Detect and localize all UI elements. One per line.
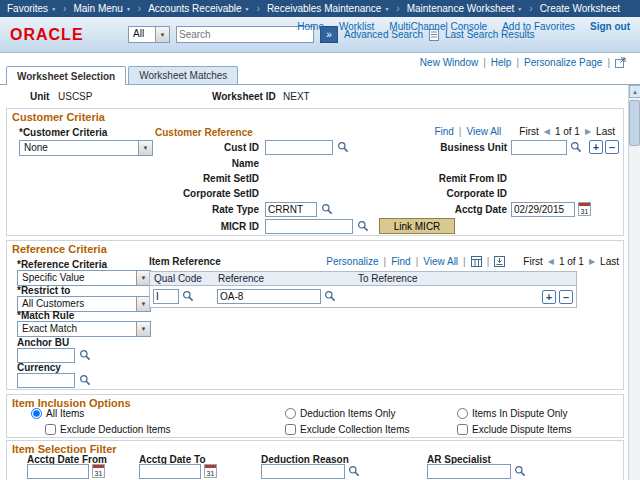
ar-specialist-lookup-icon[interactable] [514, 465, 527, 478]
checkbox-exclude-deduction-items-input[interactable] [45, 424, 56, 435]
deduction-reason-lookup-icon[interactable] [348, 465, 361, 478]
radio-items-in-dispute-only-input[interactable] [457, 408, 468, 419]
next-page-icon[interactable]: ▶ [585, 127, 591, 136]
reference-criteria-dropdown[interactable]: Specific Value ▼ [17, 270, 151, 286]
cust-id-lookup-icon[interactable] [337, 141, 350, 154]
qual-code-input[interactable] [153, 289, 179, 304]
checkbox-exclude-dispute-items[interactable]: Exclude Dispute Items [457, 424, 572, 435]
cust-id-input[interactable] [265, 140, 333, 155]
search-scope-dropdown[interactable]: All ▼ [128, 26, 170, 43]
choice-label: Exclude Deduction Items [60, 424, 171, 435]
chevron-down-icon[interactable]: ▼ [155, 27, 169, 42]
page-indicator: 1 of 1 [555, 126, 580, 137]
chevron-down-icon: ▼ [245, 6, 250, 12]
new-window-link[interactable]: New Window [420, 57, 478, 68]
add-row-button[interactable]: + [589, 140, 603, 154]
micr-id-lookup-icon[interactable] [357, 220, 370, 233]
checkbox-exclude-collection-items[interactable]: Exclude Collection Items [285, 424, 410, 435]
calendar-icon[interactable]: 31 [204, 464, 217, 478]
vertical-scrollbar[interactable]: ▲ [628, 85, 640, 480]
sign-out-link[interactable]: Sign out [590, 21, 630, 32]
find-link[interactable]: Find [391, 256, 410, 267]
prev-page-icon[interactable]: ◀ [544, 127, 550, 136]
grid-header-row: Qual Code Reference To Reference [149, 271, 577, 286]
acctg-date-to-input[interactable] [139, 464, 201, 479]
remit-setid-label: Remit SetID [167, 173, 259, 184]
cust-id-label: Cust ID [167, 142, 259, 153]
breadcrumb-main-menu[interactable]: Main Menu▼ [73, 3, 130, 14]
radio-deduction-items-only-input[interactable] [285, 408, 296, 419]
multichannel-console-link[interactable]: MultiChannel Console [389, 21, 487, 32]
rate-type-input[interactable] [265, 202, 317, 217]
radio-all-items-input[interactable] [31, 408, 42, 419]
breadcrumb-accounts-receivable[interactable]: Accounts Receivable▼ [148, 3, 249, 14]
breadcrumb-favorites[interactable]: Favorites▼ [7, 3, 56, 14]
rate-type-label: Rate Type [167, 204, 259, 215]
add-row-button[interactable]: + [542, 290, 556, 304]
breadcrumb-create-worksheet[interactable]: Create Worksheet [540, 3, 620, 14]
chevron-down-icon[interactable]: ▼ [136, 322, 150, 336]
calendar-icon[interactable]: 31 [578, 202, 591, 216]
first-link[interactable]: First [519, 126, 538, 137]
checkbox-exclude-deduction-items[interactable]: Exclude Deduction Items [45, 424, 171, 435]
checkbox-exclude-dispute-items-input[interactable] [457, 424, 468, 435]
customer-criteria-dropdown[interactable]: None ▼ [19, 140, 153, 156]
download-icon[interactable] [494, 256, 505, 267]
worklist-link[interactable]: Worklist [339, 21, 374, 32]
qual-code-lookup-icon[interactable] [182, 290, 195, 303]
anchor-bu-lookup-icon[interactable] [79, 349, 92, 362]
breadcrumb-maintenance-worksheet[interactable]: Maintenance Worksheet▼ [407, 3, 523, 14]
scrollbar-thumb[interactable] [629, 100, 640, 146]
personalize-link[interactable]: Personalize [326, 256, 378, 267]
chevron-down-icon[interactable]: ▼ [136, 297, 150, 311]
page-actions: New Window | Help | Personalize Page | [420, 57, 626, 68]
deduction-reason-input[interactable] [261, 464, 345, 479]
radio-items-in-dispute-only[interactable]: Items In Dispute Only [457, 408, 568, 419]
grid-toolbar: Item Reference Personalize | Find | View… [149, 253, 619, 269]
chevron-down-icon: ▼ [126, 6, 131, 12]
currency-input[interactable] [17, 373, 75, 388]
view-all-link[interactable]: View All [466, 126, 501, 137]
view-all-link[interactable]: View All [423, 256, 458, 267]
chevron-down-icon[interactable]: ▼ [136, 271, 150, 285]
breadcrumb-receivables-maintenance[interactable]: Receivables Maintenance▼ [267, 3, 389, 14]
reference-lookup-icon[interactable] [324, 290, 337, 303]
match-rule-dropdown[interactable]: Exact Match ▼ [17, 321, 151, 337]
add-to-favorites-link[interactable]: Add to Favorites [502, 21, 575, 32]
home-link[interactable]: Home [297, 21, 324, 32]
prev-page-icon[interactable]: ◀ [548, 257, 554, 266]
anchor-bu-input[interactable] [17, 348, 75, 363]
currency-lookup-icon[interactable] [79, 374, 92, 387]
radio-all-items[interactable]: All Items [31, 408, 84, 419]
last-link[interactable]: Last [596, 126, 615, 137]
first-link[interactable]: First [523, 256, 542, 267]
tab-worksheet-selection[interactable]: Worksheet Selection [6, 66, 126, 85]
search-input[interactable] [176, 26, 314, 43]
copy-url-icon[interactable] [615, 57, 626, 68]
breadcrumb-separator-icon: › [257, 3, 260, 14]
personalize-page-link[interactable]: Personalize Page [524, 57, 602, 68]
calendar-icon[interactable]: 31 [92, 464, 105, 478]
next-page-icon[interactable]: ▶ [589, 257, 595, 266]
radio-deduction-items-only[interactable]: Deduction Items Only [285, 408, 396, 419]
tab-worksheet-matches[interactable]: Worksheet Matches [128, 66, 238, 84]
ar-specialist-input[interactable] [427, 464, 511, 479]
business-unit-input[interactable] [511, 140, 567, 155]
find-link[interactable]: Find [434, 126, 453, 137]
micr-id-input[interactable] [265, 219, 353, 234]
zoom-grid-icon[interactable] [471, 256, 482, 267]
business-unit-lookup-icon[interactable] [570, 141, 583, 154]
delete-row-button[interactable]: – [559, 290, 573, 304]
delete-row-button[interactable]: – [605, 140, 619, 154]
reference-input[interactable] [217, 289, 321, 304]
reference-criteria-section: Reference Criteria *Reference Criteria S… [6, 240, 624, 390]
acctg-date-input[interactable] [511, 202, 575, 217]
acctg-date-from-input[interactable] [27, 464, 89, 479]
checkbox-exclude-collection-items-input[interactable] [285, 424, 296, 435]
rate-type-lookup-icon[interactable] [321, 203, 334, 216]
last-link[interactable]: Last [600, 256, 619, 267]
link-micr-button[interactable]: Link MICR [379, 218, 455, 234]
scroll-up-button[interactable]: ▲ [629, 85, 640, 98]
help-link[interactable]: Help [491, 57, 512, 68]
chevron-down-icon[interactable]: ▼ [138, 141, 152, 155]
